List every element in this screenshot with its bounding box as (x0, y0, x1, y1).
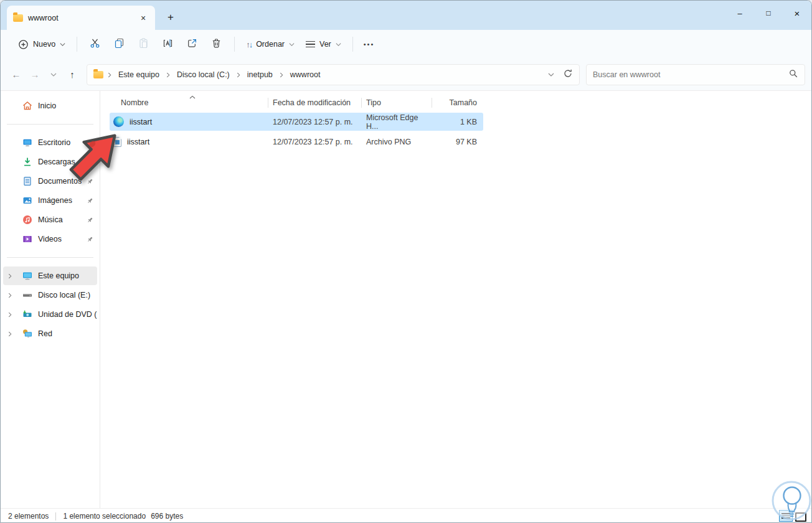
sidebar-item-label: Escritorio (38, 138, 82, 147)
rename-button[interactable] (156, 34, 180, 55)
chevron-right-icon (237, 72, 240, 78)
items-count: 2 elementos (8, 512, 49, 521)
documents-icon (22, 176, 33, 187)
explorer-tab-wwwroot[interactable]: wwwroot × (7, 6, 155, 30)
pin-icon (87, 217, 93, 224)
folder-icon (13, 14, 23, 22)
sort-button-label: Ordenar (256, 40, 285, 49)
this-pc-icon (22, 270, 33, 281)
sidebar-separator (7, 124, 93, 125)
folder-icon (93, 71, 103, 78)
column-header-fecha[interactable]: Fecha de modificación (268, 95, 361, 111)
videos-icon (22, 233, 33, 245)
dvd-drive-icon (22, 309, 33, 320)
home-icon (22, 100, 33, 111)
cut-button[interactable] (83, 34, 107, 55)
sidebar-item-este-equipo[interactable]: Este equipo (3, 266, 97, 285)
sidebar-item-label: Imágenes (38, 196, 82, 205)
network-icon (22, 328, 33, 339)
breadcrumb-disco-local-c[interactable]: Disco local (C:) (174, 68, 232, 81)
sidebar-item-descargas[interactable]: Descargas (3, 153, 97, 171)
sidebar-item-inicio[interactable]: Inicio (3, 97, 97, 115)
expand-chevron-icon[interactable] (3, 293, 17, 298)
details-view-button[interactable] (779, 510, 793, 522)
tab-close-icon[interactable]: × (136, 11, 150, 25)
search-input[interactable] (593, 70, 788, 79)
sort-button[interactable]: ↑↓ Ordenar (240, 36, 300, 53)
edge-html-icon (113, 116, 124, 127)
address-dropdown-icon[interactable] (548, 72, 554, 77)
new-button-label: Nuevo (33, 40, 55, 49)
sidebar-item-imagenes[interactable]: Imágenes (3, 191, 97, 210)
sidebar-item-label: Inicio (38, 101, 97, 110)
file-explorer-window: wwwroot × + – □ × Nuevo (0, 0, 812, 523)
search-box[interactable] (586, 64, 805, 85)
chevron-down-icon (60, 42, 65, 47)
expand-chevron-icon[interactable] (3, 273, 17, 279)
status-bar: 2 elementos 1 elemento seleccionado 696 … (1, 508, 811, 523)
toolbar-separator (234, 37, 235, 52)
more-options-button[interactable]: ••• (359, 37, 380, 52)
pin-icon (87, 139, 93, 146)
sort-icon: ↑↓ (246, 40, 252, 49)
sidebar-item-unidad-dvd-d[interactable]: Unidad de DVD (D:) (3, 305, 97, 324)
view-button-label: Ver (319, 40, 331, 49)
copy-button[interactable] (107, 34, 131, 55)
chevron-right-icon (108, 72, 111, 78)
sidebar-item-label: Documentos (38, 177, 82, 186)
sidebar-item-escritorio[interactable]: Escritorio (3, 133, 97, 152)
music-icon (22, 214, 33, 225)
forward-button[interactable]: → (26, 65, 44, 84)
view-button[interactable]: Ver (300, 36, 347, 52)
search-icon (788, 68, 798, 80)
column-header-tipo[interactable]: Tipo (361, 95, 432, 111)
breadcrumb-este-equipo[interactable]: Este equipo (116, 68, 162, 81)
sidebar-item-red[interactable]: Red (3, 324, 97, 343)
sidebar-item-documentos[interactable]: Documentos (3, 172, 97, 191)
large-icons-view-button[interactable] (795, 512, 806, 522)
new-tab-button[interactable]: + (164, 11, 177, 24)
desktop-icon (22, 137, 33, 148)
file-row-iisstart-html[interactable]: iisstart 12/07/2023 12:57 p. m. Microsof… (110, 113, 483, 131)
toolbar-separator (352, 37, 353, 52)
breadcrumb-wwwroot[interactable]: wwwroot (288, 68, 323, 81)
paste-icon (138, 38, 149, 50)
up-button[interactable]: ↑ (63, 65, 82, 84)
file-row-iisstart-png[interactable]: iisstart 12/07/2023 12:57 p. m. Archivo … (110, 133, 483, 151)
command-toolbar: Nuevo ↑↓ Ordenar (1, 30, 811, 59)
sidebar-item-musica[interactable]: Música (3, 210, 97, 229)
breadcrumb-inetpub[interactable]: inetpub (245, 68, 275, 81)
share-button[interactable] (180, 34, 204, 55)
sidebar-item-label: Música (38, 215, 82, 224)
close-button[interactable]: × (783, 1, 811, 26)
window-controls: – □ × (725, 1, 811, 26)
expand-chevron-icon[interactable] (3, 312, 17, 318)
file-modified: 12/07/2023 12:57 p. m. (268, 138, 361, 146)
sidebar-item-label: Videos (38, 235, 82, 243)
sidebar-item-videos[interactable]: Videos (3, 230, 97, 248)
refresh-icon[interactable] (563, 68, 573, 80)
trash-icon (211, 38, 222, 50)
tab-title: wwwroot (28, 14, 131, 22)
minimize-button[interactable]: – (725, 1, 754, 26)
chevron-down-icon (336, 42, 341, 47)
expand-chevron-icon[interactable] (3, 331, 17, 337)
column-header-tamano[interactable]: Tamaño (432, 95, 483, 111)
maximize-button[interactable]: □ (754, 1, 783, 26)
sidebar-item-disco-local-e[interactable]: Disco local (E:) (3, 286, 97, 304)
toolbar-separator (77, 37, 77, 52)
file-list-pane: Nombre Fecha de modificación Tipo Tamaño… (100, 91, 811, 508)
column-header-nombre[interactable]: Nombre (110, 95, 268, 111)
pin-icon (87, 197, 93, 204)
sidebar-item-label: Unidad de DVD (D:) (38, 310, 97, 319)
new-plus-icon (17, 39, 29, 50)
share-icon (187, 38, 197, 50)
delete-button[interactable] (204, 34, 229, 55)
paste-button[interactable] (131, 34, 156, 55)
address-bar[interactable]: Este equipo Disco local (C:) inetpub www… (87, 64, 580, 85)
new-button[interactable]: Nuevo (12, 35, 71, 54)
sidebar-item-label: Descargas (38, 158, 82, 166)
recent-locations-button[interactable] (44, 65, 63, 84)
status-separator (55, 512, 56, 521)
back-button[interactable]: ← (7, 65, 26, 84)
